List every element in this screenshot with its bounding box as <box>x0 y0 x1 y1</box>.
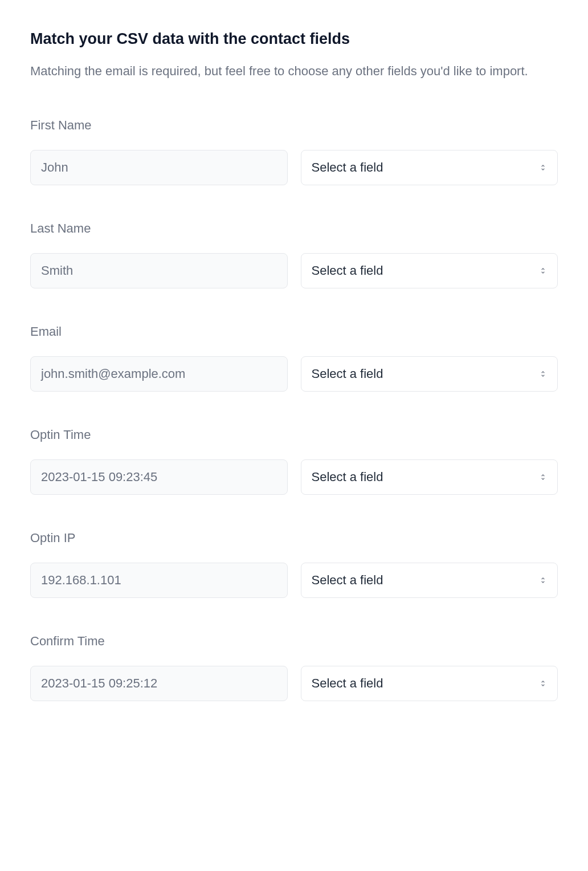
csv-sample-value: John <box>30 150 288 185</box>
field-select[interactable]: Select a field <box>301 356 558 392</box>
field-select[interactable]: Select a field <box>301 253 558 288</box>
page-subtitle: Matching the email is required, but feel… <box>30 62 558 80</box>
field-mapping-row: Email john.smith@example.com Select a fi… <box>30 324 558 392</box>
csv-column-label: Optin Time <box>30 428 558 442</box>
csv-sample-value: Smith <box>30 253 288 288</box>
chevron-up-down-icon <box>539 267 547 275</box>
csv-column-label: Confirm Time <box>30 634 558 649</box>
field-mapping-row: Optin Time 2023-01-15 09:23:45 Select a … <box>30 428 558 495</box>
field-select[interactable]: Select a field <box>301 459 558 495</box>
select-placeholder: Select a field <box>312 676 383 691</box>
csv-sample-value: 2023-01-15 09:25:12 <box>30 666 288 701</box>
field-select[interactable]: Select a field <box>301 563 558 598</box>
chevron-up-down-icon <box>539 164 547 172</box>
csv-column-label: Optin IP <box>30 531 558 546</box>
field-mapping-row: Confirm Time 2023-01-15 09:25:12 Select … <box>30 634 558 701</box>
csv-column-label: First Name <box>30 118 558 133</box>
chevron-up-down-icon <box>539 473 547 481</box>
select-placeholder: Select a field <box>312 263 383 278</box>
field-select[interactable]: Select a field <box>301 666 558 701</box>
chevron-up-down-icon <box>539 370 547 378</box>
csv-sample-value: 192.168.1.101 <box>30 563 288 598</box>
csv-column-label: Email <box>30 324 558 339</box>
csv-sample-value: 2023-01-15 09:23:45 <box>30 459 288 495</box>
page-title: Match your CSV data with the contact fie… <box>30 30 558 48</box>
select-placeholder: Select a field <box>312 367 383 381</box>
csv-column-label: Last Name <box>30 221 558 236</box>
chevron-up-down-icon <box>539 576 547 584</box>
select-placeholder: Select a field <box>312 160 383 175</box>
field-select[interactable]: Select a field <box>301 150 558 185</box>
select-placeholder: Select a field <box>312 470 383 485</box>
csv-sample-value: john.smith@example.com <box>30 356 288 392</box>
field-mapping-row: Last Name Smith Select a field <box>30 221 558 288</box>
field-mapping-row: First Name John Select a field <box>30 118 558 185</box>
select-placeholder: Select a field <box>312 573 383 588</box>
chevron-up-down-icon <box>539 679 547 687</box>
field-mapping-row: Optin IP 192.168.1.101 Select a field <box>30 531 558 598</box>
